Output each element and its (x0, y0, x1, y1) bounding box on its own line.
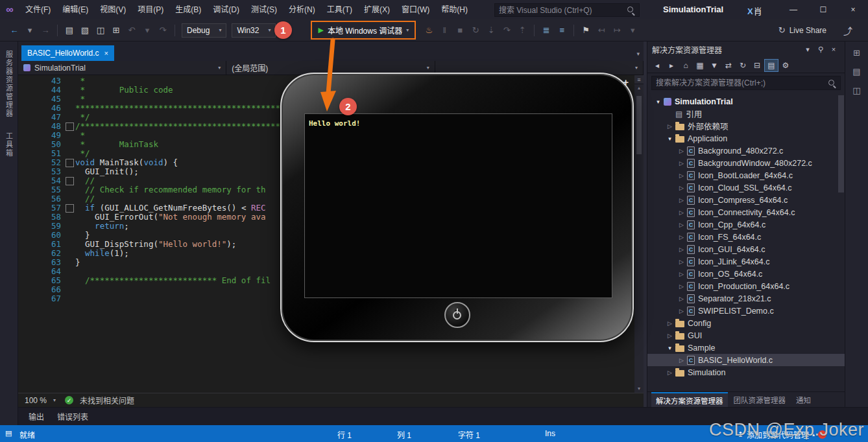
tree-item[interactable]: ▷CIcon_Connectivity_64x64.c (647, 206, 845, 218)
tree-item[interactable]: ▷CSWIPELIST_Demo.c (647, 305, 845, 317)
menu-item[interactable]: 文件(F) (19, 0, 56, 19)
panel-tab[interactable]: 解决方案资源管理器 (651, 392, 728, 408)
tree-item[interactable]: ▾Application (647, 132, 845, 145)
new-file-icon[interactable]: ▤ (62, 23, 77, 38)
tab-basic-helloworld[interactable]: BASIC_HelloWorld.c × (21, 45, 114, 61)
fold-marker-icon[interactable]: - (65, 176, 75, 185)
menu-item[interactable]: 窗口(W) (396, 0, 435, 19)
chevron-right-icon[interactable]: ▷ (677, 172, 686, 179)
tree-item[interactable]: ▾Sample (647, 342, 845, 354)
next-bookmark-icon[interactable]: ↦ (609, 23, 625, 38)
tree-item[interactable]: ▤引用 (647, 108, 845, 120)
chevron-right-icon[interactable]: ▷ (677, 148, 686, 154)
bookmark-menu-caret-icon[interactable]: ▾ (625, 23, 640, 38)
zoom-dropdown[interactable]: 100 % ▾ (22, 396, 58, 405)
close-icon[interactable]: × (827, 45, 840, 54)
maximize-icon[interactable]: ☐ (808, 0, 838, 19)
close-icon[interactable]: × (104, 49, 108, 57)
tree-item[interactable]: ▷CBASIC_HelloWorld.c (647, 354, 845, 366)
tree-item[interactable]: ▷Simulation (647, 366, 845, 378)
chevron-right-icon[interactable]: ▷ (677, 160, 686, 167)
tree-item[interactable]: ▷CIcon_JLink_64x64.c (647, 255, 845, 268)
chevron-right-icon[interactable]: ▷ (677, 259, 686, 265)
window-position-icon[interactable]: ▾ (801, 45, 814, 54)
search-input[interactable] (499, 6, 627, 15)
solution-search-input[interactable] (656, 78, 828, 87)
chevron-right-icon[interactable]: ▷ (677, 271, 686, 277)
scroll-down-icon[interactable]: ▾ (638, 385, 640, 393)
chevron-right-icon[interactable]: ▷ (677, 222, 686, 228)
chevron-right-icon[interactable]: ▷ (666, 320, 674, 327)
bottom-tab[interactable]: 错误列表 (52, 408, 93, 425)
live-share-button[interactable]: ↻ Live Share (778, 25, 826, 35)
tree-item[interactable]: ▷CIcon_Cpp_64x64.c (647, 218, 845, 231)
properties-rail-icon[interactable]: ▤ (852, 67, 860, 76)
tree-item[interactable]: ▷CIcon_Cloud_SSL_64x64.c (647, 181, 845, 194)
background-tasks-icon[interactable]: ▤ (5, 429, 12, 437)
navigate-list-icon[interactable]: ≡ (554, 23, 570, 38)
back-icon[interactable]: ◂ (650, 59, 664, 72)
chevron-down-icon[interactable]: ▾ (654, 99, 662, 105)
break-all-icon[interactable]: ‖ (437, 23, 452, 38)
chevron-right-icon[interactable]: ▷ (666, 123, 674, 130)
menu-item[interactable]: 测试(S) (245, 0, 283, 19)
chevron-right-icon[interactable]: ▷ (666, 332, 674, 339)
redo-icon[interactable]: ↷ (155, 23, 171, 38)
undo-caret-icon[interactable]: ▾ (139, 23, 155, 38)
forward-icon[interactable]: ▸ (664, 59, 679, 72)
previous-bookmark-icon[interactable]: ↤ (594, 23, 609, 38)
user-account[interactable]: X肖 (747, 5, 762, 17)
chevron-right-icon[interactable]: ▷ (666, 369, 674, 376)
stop-icon[interactable]: ■ (452, 23, 468, 38)
tree-item[interactable]: ▷CIcon_BootLoader_64x64.c (647, 169, 845, 181)
solution-configuration-dropdown[interactable]: Debug▾ (182, 23, 226, 38)
restart-icon[interactable]: ↻ (468, 23, 483, 38)
navigate-forward-icon[interactable]: → (38, 23, 53, 38)
search-icon[interactable] (627, 6, 635, 14)
menu-item[interactable]: 调试(D) (207, 0, 245, 19)
close-icon[interactable]: × (838, 0, 868, 19)
tree-item[interactable]: ▷GUI (647, 329, 845, 342)
navigate-back-caret-icon[interactable]: ▾ (22, 23, 38, 38)
fold-marker-icon[interactable]: - (65, 204, 75, 213)
solution-platform-dropdown[interactable]: Win32▾ (232, 23, 276, 38)
chevron-down-icon[interactable]: ▾ (666, 135, 674, 142)
home-icon[interactable]: ⌂ (679, 59, 693, 72)
save-icon[interactable]: ◫ (93, 23, 108, 38)
chevron-right-icon[interactable]: ▷ (677, 283, 686, 290)
menu-item[interactable]: 生成(B) (169, 0, 207, 19)
toolbox-rail-icon[interactable]: ⊞ (853, 48, 860, 58)
search-icon[interactable] (828, 79, 836, 87)
power-button[interactable] (444, 302, 470, 328)
tree-item[interactable]: ▷Config (647, 317, 845, 329)
tree-item[interactable]: ▷CIcon_FS_64x64.c (647, 231, 845, 243)
menu-item[interactable]: 扩展(X) (358, 0, 396, 19)
chevron-right-icon[interactable]: ▷ (677, 246, 686, 253)
chevron-right-icon[interactable]: ▷ (677, 234, 686, 240)
tree-item[interactable]: ▷CIcon_Production_64x64.c (647, 280, 845, 292)
tree-item[interactable]: ▷CSeparator_218x21.c (647, 292, 845, 305)
move-handle-icon[interactable]: + (623, 76, 629, 87)
bookmarks-rail-icon[interactable]: ◫ (852, 86, 860, 95)
vertical-scrollbar[interactable]: ▴ ▾ (634, 84, 644, 393)
hot-reload-icon[interactable]: ♨ (421, 23, 437, 38)
menu-item[interactable]: 分析(N) (283, 0, 321, 19)
panel-tab[interactable]: 团队资源管理器 (729, 393, 791, 407)
show-all-files-icon[interactable]: ▤ (764, 59, 778, 72)
menu-item[interactable]: 视图(V) (94, 0, 132, 19)
tree-item[interactable]: ▷CBackground_480x272.c (647, 145, 845, 157)
minimize-icon[interactable]: — (778, 0, 808, 19)
start-debugging-button[interactable]: ▶ 本地 Windows 调试器 ▾ (315, 23, 411, 37)
switch-views-icon[interactable]: ▦ (693, 59, 707, 72)
menu-item[interactable]: 编辑(E) (56, 0, 94, 19)
project-dropdown[interactable]: SimulationTrial ▾ (18, 61, 226, 75)
open-file-icon[interactable]: ▧ (77, 23, 93, 38)
quick-search-box[interactable] (494, 3, 640, 17)
fold-marker-icon[interactable]: - (65, 158, 75, 167)
chevron-down-icon[interactable]: ▾ (666, 345, 674, 351)
toolbox-tab[interactable]: 工具箱 (4, 132, 14, 157)
tree-item[interactable]: ▷CIcon_GUI_64x64.c (647, 243, 845, 255)
chevron-right-icon[interactable]: ▷ (677, 197, 686, 204)
menu-item[interactable]: 项目(P) (132, 0, 169, 19)
feedback-icon[interactable]: ⤴ (843, 24, 852, 37)
